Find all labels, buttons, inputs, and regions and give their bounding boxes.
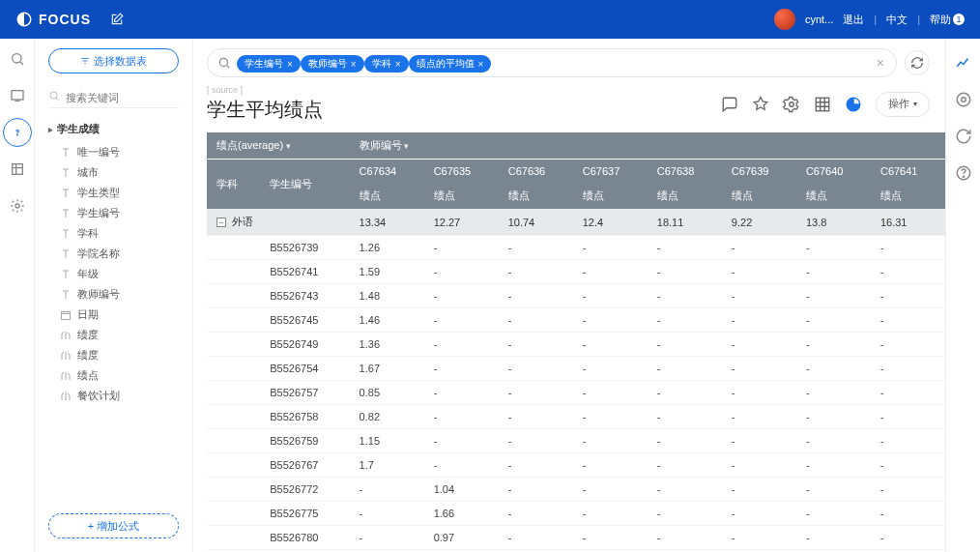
field-type-icon xyxy=(60,330,72,341)
table-view-icon[interactable] xyxy=(814,96,831,113)
field-tree: 学生成绩 唯一编号城市学生类型学生编号学科学院名称年级教师编号日期绩度绩度绩点餐… xyxy=(35,112,192,504)
pin-icon[interactable] xyxy=(752,96,769,113)
nav-board-icon[interactable] xyxy=(9,87,26,104)
query-box[interactable]: 学生编号×教师编号×学科×绩点的平均值× × xyxy=(207,48,897,77)
field-item[interactable]: 年级 xyxy=(48,264,183,284)
avatar[interactable] xyxy=(774,9,795,30)
field-type-icon xyxy=(60,350,72,362)
help-link[interactable]: 帮助 1 xyxy=(930,13,965,27)
title-row: [ source ] 学生平均绩点 操作▾ xyxy=(193,81,945,132)
remove-pill-icon[interactable]: × xyxy=(351,59,357,70)
table-row[interactable]: B55267491.36------- xyxy=(207,333,945,357)
field-item[interactable]: 绩度 xyxy=(48,325,183,345)
teacher-col[interactable]: C67640 xyxy=(796,160,871,184)
help-icon[interactable] xyxy=(955,164,972,182)
reload-icon[interactable] xyxy=(955,128,972,145)
field-item[interactable]: 绩点 xyxy=(48,365,183,386)
table-row[interactable]: B5526775-1.66------ xyxy=(207,502,945,526)
pivot-table[interactable]: 绩点(average) 教师编号 学科 学生编号 C67634C67635C67… xyxy=(207,132,945,552)
query-pill[interactable]: 教师编号× xyxy=(301,55,364,73)
field-type-icon xyxy=(60,309,72,321)
nav-data-icon[interactable] xyxy=(9,160,26,178)
corner-subject[interactable]: 学科 xyxy=(207,160,260,210)
teacher-col[interactable]: C67634 xyxy=(350,160,424,184)
breadcrumb: [ source ] xyxy=(207,85,323,95)
fields-sidebar: 选择数据表 学生成绩 唯一编号城市学生类型学生编号学科学院名称年级教师编号日期绩… xyxy=(35,39,193,552)
app-name: FOCUS xyxy=(39,12,91,27)
nav-settings-icon[interactable] xyxy=(9,197,26,215)
table-row[interactable]: B55267570.85------- xyxy=(207,381,945,405)
add-formula-button[interactable]: + 增加公式 xyxy=(48,513,179,538)
field-type-icon xyxy=(60,147,72,159)
field-item[interactable]: 学生编号 xyxy=(48,203,183,223)
field-item[interactable]: 餐饮计划 xyxy=(48,386,183,406)
field-item[interactable]: 学生类型 xyxy=(48,183,183,203)
edit-icon[interactable] xyxy=(110,13,124,26)
settings-icon[interactable] xyxy=(783,96,800,113)
remove-pill-icon[interactable]: × xyxy=(478,59,484,70)
table-row[interactable]: B55267671.7------- xyxy=(207,453,945,478)
table-row[interactable]: B55267411.59------- xyxy=(207,260,945,284)
table-row[interactable]: B55267431.48------- xyxy=(207,284,945,308)
svg-rect-4 xyxy=(12,164,22,175)
config-icon[interactable] xyxy=(955,91,972,108)
teacher-col[interactable]: C67639 xyxy=(722,160,796,184)
field-item[interactable]: 日期 xyxy=(48,305,183,325)
field-type-icon xyxy=(60,391,72,402)
field-search-input[interactable] xyxy=(48,87,179,108)
svg-point-5 xyxy=(15,204,19,208)
right-rail xyxy=(945,39,980,552)
field-item[interactable]: 学院名称 xyxy=(48,244,183,264)
table-row[interactable]: B55267591.15------- xyxy=(207,429,945,453)
chart-switch-icon[interactable] xyxy=(955,54,972,72)
teacher-col[interactable]: C67635 xyxy=(424,160,499,184)
field-type-icon xyxy=(60,228,72,240)
comment-icon[interactable] xyxy=(721,96,738,113)
svg-point-3 xyxy=(16,134,17,135)
field-item[interactable]: 城市 xyxy=(48,162,183,183)
table-row[interactable]: B55267391.26------- xyxy=(207,236,945,260)
svg-point-9 xyxy=(790,102,794,106)
field-item[interactable]: 绩度 xyxy=(48,345,183,365)
teacher-col[interactable]: C67641 xyxy=(871,160,945,184)
remove-pill-icon[interactable]: × xyxy=(395,59,401,70)
nav-question-icon[interactable] xyxy=(9,124,26,141)
table-row[interactable]: B5526772-1.04------ xyxy=(207,478,945,502)
metric-header[interactable]: 绩点(average) xyxy=(216,139,291,151)
remove-pill-icon[interactable]: × xyxy=(287,59,293,70)
query-pill[interactable]: 学生编号× xyxy=(237,55,301,73)
query-pill[interactable]: 绩点的平均值× xyxy=(409,55,492,73)
lang-link[interactable]: 中文 xyxy=(886,13,908,27)
table-row[interactable]: B5526780-0.97------ xyxy=(207,526,945,550)
teacher-col[interactable]: C67638 xyxy=(648,160,722,184)
table-row[interactable]: B55267580.82------- xyxy=(207,405,945,429)
query-pill[interactable]: 学科× xyxy=(364,55,409,73)
field-item[interactable]: 学科 xyxy=(48,223,183,244)
field-type-icon xyxy=(60,208,72,219)
chart-view-icon[interactable] xyxy=(845,96,862,113)
tree-root[interactable]: 学生成绩 xyxy=(48,122,183,136)
field-type-icon xyxy=(60,289,72,301)
group-header[interactable]: 教师编号 xyxy=(360,139,410,151)
table-row[interactable]: B55267541.67------- xyxy=(207,357,945,381)
svg-point-11 xyxy=(961,98,966,102)
query-bar: 学生编号×教师编号×学科×绩点的平均值× × xyxy=(193,39,945,81)
summary-row[interactable]: −外语13.3412.2710.7412.418.119.2213.816.31 xyxy=(207,209,945,236)
select-source-button[interactable]: 选择数据表 xyxy=(48,48,179,73)
collapse-icon[interactable]: − xyxy=(216,218,226,227)
operations-button[interactable]: 操作▾ xyxy=(876,92,930,117)
logout-link[interactable]: 退出 xyxy=(843,13,864,27)
nav-rail xyxy=(0,39,35,552)
teacher-col[interactable]: C67636 xyxy=(499,160,573,184)
svg-rect-10 xyxy=(816,98,829,111)
field-item[interactable]: 唯一编号 xyxy=(48,142,183,162)
clear-query-icon[interactable]: × xyxy=(873,55,888,71)
table-row[interactable]: B55267451.46------- xyxy=(207,308,945,333)
nav-search-icon[interactable] xyxy=(9,50,26,68)
app-logo: FOCUS xyxy=(15,11,91,28)
field-item[interactable]: 教师编号 xyxy=(48,284,183,305)
teacher-col[interactable]: C67637 xyxy=(573,160,648,184)
username[interactable]: cynt... xyxy=(805,14,833,25)
refresh-button[interactable] xyxy=(905,50,930,75)
corner-student[interactable]: 学生编号 xyxy=(260,160,349,210)
